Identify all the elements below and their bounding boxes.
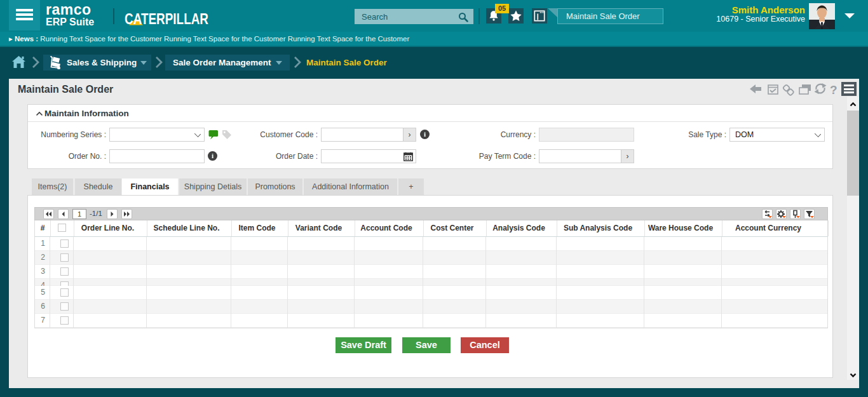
- svg-text:CATERPILLAR: CATERPILLAR: [125, 10, 208, 27]
- svg-text:?: ?: [830, 83, 837, 97]
